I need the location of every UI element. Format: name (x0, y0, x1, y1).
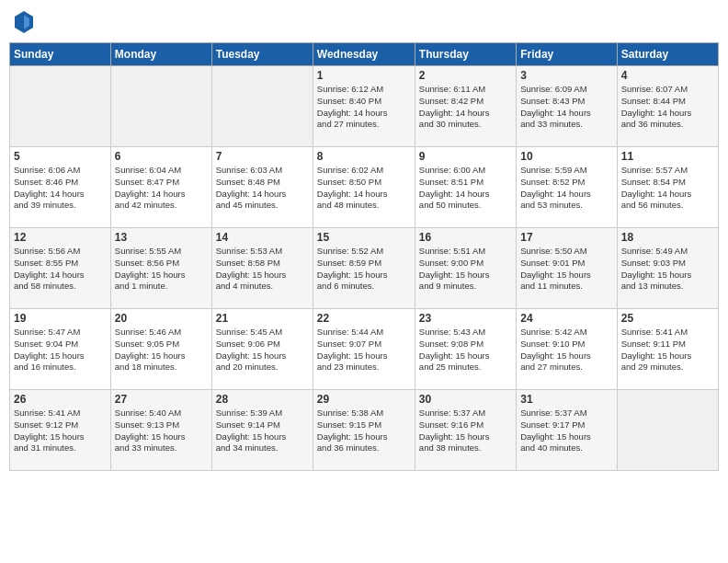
calendar-cell: 23Sunrise: 5:43 AM Sunset: 9:08 PM Dayli… (415, 309, 516, 390)
calendar-cell: 7Sunrise: 6:03 AM Sunset: 8:48 PM Daylig… (211, 147, 313, 228)
day-content: Sunrise: 5:47 AM Sunset: 9:04 PM Dayligh… (14, 327, 107, 373)
column-header-tuesday: Tuesday (211, 43, 313, 66)
day-content: Sunrise: 5:43 AM Sunset: 9:08 PM Dayligh… (419, 327, 512, 373)
day-content: Sunrise: 5:49 AM Sunset: 9:03 PM Dayligh… (621, 246, 714, 293)
day-number: 15 (317, 231, 411, 244)
day-number: 24 (520, 312, 612, 325)
column-header-friday: Friday (517, 43, 617, 66)
day-number: 19 (14, 312, 107, 325)
day-number: 11 (621, 150, 714, 163)
calendar-cell: 25Sunrise: 5:41 AM Sunset: 9:11 PM Dayli… (617, 309, 718, 390)
calendar-cell: 18Sunrise: 5:49 AM Sunset: 9:03 PM Dayli… (617, 228, 718, 309)
day-number: 18 (621, 231, 714, 244)
day-content: Sunrise: 5:53 AM Sunset: 8:58 PM Dayligh… (216, 246, 309, 293)
day-number: 10 (520, 150, 612, 163)
header-row: SundayMondayTuesdayWednesdayThursdayFrid… (10, 43, 719, 66)
day-content: Sunrise: 6:02 AM Sunset: 8:50 PM Dayligh… (317, 165, 411, 212)
day-number: 13 (115, 231, 208, 244)
logo-icon (13, 9, 35, 35)
day-content: Sunrise: 6:07 AM Sunset: 8:44 PM Dayligh… (621, 84, 714, 131)
calendar-cell: 26Sunrise: 5:41 AM Sunset: 9:12 PM Dayli… (10, 390, 111, 471)
day-content: Sunrise: 5:39 AM Sunset: 9:14 PM Dayligh… (216, 408, 309, 454)
day-number: 21 (216, 312, 309, 325)
day-number: 5 (14, 150, 107, 163)
day-number: 12 (14, 231, 107, 244)
calendar-cell: 27Sunrise: 5:40 AM Sunset: 9:13 PM Dayli… (110, 390, 211, 471)
day-number: 3 (520, 69, 612, 82)
calendar-cell: 13Sunrise: 5:55 AM Sunset: 8:56 PM Dayli… (110, 228, 211, 309)
week-row-4: 19Sunrise: 5:47 AM Sunset: 9:04 PM Dayli… (10, 309, 719, 390)
day-number: 25 (621, 312, 714, 325)
day-number: 1 (317, 69, 411, 82)
week-row-3: 12Sunrise: 5:56 AM Sunset: 8:55 PM Dayli… (10, 228, 719, 309)
day-content: Sunrise: 5:37 AM Sunset: 9:17 PM Dayligh… (520, 408, 612, 454)
day-content: Sunrise: 6:06 AM Sunset: 8:46 PM Dayligh… (14, 165, 107, 212)
calendar-cell: 30Sunrise: 5:37 AM Sunset: 9:16 PM Dayli… (415, 390, 516, 471)
calendar-cell: 16Sunrise: 5:51 AM Sunset: 9:00 PM Dayli… (415, 228, 516, 309)
day-content: Sunrise: 5:40 AM Sunset: 9:13 PM Dayligh… (115, 408, 208, 454)
column-header-monday: Monday (110, 43, 211, 66)
day-content: Sunrise: 5:41 AM Sunset: 9:12 PM Dayligh… (14, 408, 107, 454)
day-number: 17 (520, 231, 612, 244)
day-number: 6 (115, 150, 208, 163)
column-header-sunday: Sunday (10, 43, 111, 66)
calendar-cell: 12Sunrise: 5:56 AM Sunset: 8:55 PM Dayli… (10, 228, 111, 309)
day-content: Sunrise: 5:42 AM Sunset: 9:10 PM Dayligh… (520, 327, 612, 373)
calendar-cell: 1Sunrise: 6:12 AM Sunset: 8:40 PM Daylig… (313, 66, 415, 147)
day-number: 28 (216, 393, 309, 406)
day-content: Sunrise: 5:50 AM Sunset: 9:01 PM Dayligh… (520, 246, 612, 293)
calendar-cell: 2Sunrise: 6:11 AM Sunset: 8:42 PM Daylig… (415, 66, 516, 147)
calendar-cell: 5Sunrise: 6:06 AM Sunset: 8:46 PM Daylig… (10, 147, 111, 228)
day-number: 20 (115, 312, 208, 325)
day-number: 31 (520, 393, 612, 406)
day-number: 16 (419, 231, 512, 244)
calendar-cell: 4Sunrise: 6:07 AM Sunset: 8:44 PM Daylig… (617, 66, 718, 147)
day-content: Sunrise: 6:04 AM Sunset: 8:47 PM Dayligh… (115, 165, 208, 212)
calendar-cell: 15Sunrise: 5:52 AM Sunset: 8:59 PM Dayli… (313, 228, 415, 309)
calendar-cell: 8Sunrise: 6:02 AM Sunset: 8:50 PM Daylig… (313, 147, 415, 228)
calendar-cell: 22Sunrise: 5:44 AM Sunset: 9:07 PM Dayli… (313, 309, 415, 390)
calendar-cell: 29Sunrise: 5:38 AM Sunset: 9:15 PM Dayli… (313, 390, 415, 471)
day-content: Sunrise: 5:41 AM Sunset: 9:11 PM Dayligh… (621, 327, 714, 373)
day-number: 8 (317, 150, 411, 163)
day-content: Sunrise: 5:56 AM Sunset: 8:55 PM Dayligh… (14, 246, 107, 293)
day-content: Sunrise: 5:38 AM Sunset: 9:15 PM Dayligh… (317, 408, 411, 454)
column-header-saturday: Saturday (617, 43, 718, 66)
day-content: Sunrise: 5:52 AM Sunset: 8:59 PM Dayligh… (317, 246, 411, 293)
day-content: Sunrise: 6:03 AM Sunset: 8:48 PM Dayligh… (216, 165, 309, 212)
day-content: Sunrise: 5:55 AM Sunset: 8:56 PM Dayligh… (115, 246, 208, 293)
column-header-wednesday: Wednesday (313, 43, 415, 66)
week-row-5: 26Sunrise: 5:41 AM Sunset: 9:12 PM Dayli… (10, 390, 719, 471)
day-content: Sunrise: 5:44 AM Sunset: 9:07 PM Dayligh… (317, 327, 411, 373)
calendar-cell (10, 66, 111, 147)
calendar-cell: 6Sunrise: 6:04 AM Sunset: 8:47 PM Daylig… (110, 147, 211, 228)
calendar-cell (617, 390, 718, 471)
calendar-cell: 31Sunrise: 5:37 AM Sunset: 9:17 PM Dayli… (517, 390, 617, 471)
day-content: Sunrise: 6:12 AM Sunset: 8:40 PM Dayligh… (317, 84, 411, 131)
column-header-thursday: Thursday (415, 43, 516, 66)
week-row-1: 1Sunrise: 6:12 AM Sunset: 8:40 PM Daylig… (10, 66, 719, 147)
logo (13, 9, 39, 35)
calendar-cell (211, 66, 313, 147)
day-number: 22 (317, 312, 411, 325)
day-number: 26 (14, 393, 107, 406)
day-number: 7 (216, 150, 309, 163)
day-number: 2 (419, 69, 512, 82)
day-content: Sunrise: 6:09 AM Sunset: 8:43 PM Dayligh… (520, 84, 612, 131)
calendar-cell: 9Sunrise: 6:00 AM Sunset: 8:51 PM Daylig… (415, 147, 516, 228)
day-number: 29 (317, 393, 411, 406)
calendar-cell: 28Sunrise: 5:39 AM Sunset: 9:14 PM Dayli… (211, 390, 313, 471)
page-header (9, 9, 719, 35)
day-content: Sunrise: 6:11 AM Sunset: 8:42 PM Dayligh… (419, 84, 512, 131)
calendar-table: SundayMondayTuesdayWednesdayThursdayFrid… (9, 42, 719, 471)
day-number: 30 (419, 393, 512, 406)
calendar-cell: 21Sunrise: 5:45 AM Sunset: 9:06 PM Dayli… (211, 309, 313, 390)
calendar-cell (110, 66, 211, 147)
day-content: Sunrise: 5:51 AM Sunset: 9:00 PM Dayligh… (419, 246, 512, 293)
week-row-2: 5Sunrise: 6:06 AM Sunset: 8:46 PM Daylig… (10, 147, 719, 228)
day-content: Sunrise: 5:37 AM Sunset: 9:16 PM Dayligh… (419, 408, 512, 454)
calendar-cell: 20Sunrise: 5:46 AM Sunset: 9:05 PM Dayli… (110, 309, 211, 390)
day-number: 14 (216, 231, 309, 244)
calendar-cell: 10Sunrise: 5:59 AM Sunset: 8:52 PM Dayli… (517, 147, 617, 228)
calendar-cell: 14Sunrise: 5:53 AM Sunset: 8:58 PM Dayli… (211, 228, 313, 309)
